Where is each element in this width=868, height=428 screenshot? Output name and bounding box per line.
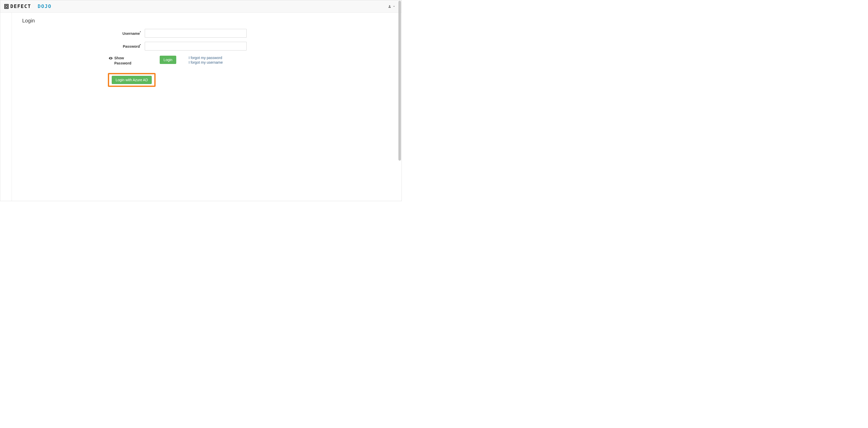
svg-rect-1 [6,5,7,7]
password-input[interactable] [145,42,247,51]
actions-row: Show Password Login I forgot my password… [93,56,320,66]
username-row: Username* [93,29,320,38]
eye-icon [108,56,113,60]
defectdojo-logo-icon: DEFECT DOJO [4,4,56,9]
top-navbar: DEFECT DOJO [0,0,402,13]
help-links: I forgot my password I forgot my usernam… [189,56,223,64]
required-asterisk: * [140,44,141,47]
content-area: Login Username* Password* [12,13,402,201]
forgot-password-link[interactable]: I forgot my password [189,56,223,60]
scrollbar[interactable] [398,1,401,161]
user-icon [388,5,392,8]
user-menu-dropdown[interactable] [385,2,398,11]
login-form: Username* Password* Show Password [93,29,320,87]
sidebar [0,13,12,201]
login-button-col: Login [145,56,191,64]
svg-point-4 [389,5,391,6]
login-button[interactable]: Login [160,56,176,64]
username-label: Username* [93,31,145,36]
username-input[interactable] [145,29,247,38]
login-azure-ad-button[interactable]: Login with Azure AD [112,76,152,84]
password-row: Password* [93,42,320,51]
required-asterisk: * [140,31,141,34]
svg-rect-0 [5,4,8,8]
brand-logo-link[interactable]: DEFECT DOJO [4,0,56,12]
highlight-annotation: Login with Azure AD [108,73,156,87]
show-password-label: Show Password [114,56,137,66]
brand-logo: DEFECT DOJO [4,4,56,9]
caret-down-icon [393,5,395,7]
page-title: Login [22,18,391,24]
show-password-toggle[interactable]: Show Password [93,56,145,66]
sso-row: Login with Azure AD [93,73,320,87]
page-wrapper: Login Username* Password* [0,13,402,201]
forgot-username-link[interactable]: I forgot my username [189,60,223,64]
svg-text:DEFECT: DEFECT [10,4,31,9]
svg-text:DOJO: DOJO [38,4,52,9]
password-label: Password* [93,44,145,48]
svg-point-5 [111,58,111,59]
